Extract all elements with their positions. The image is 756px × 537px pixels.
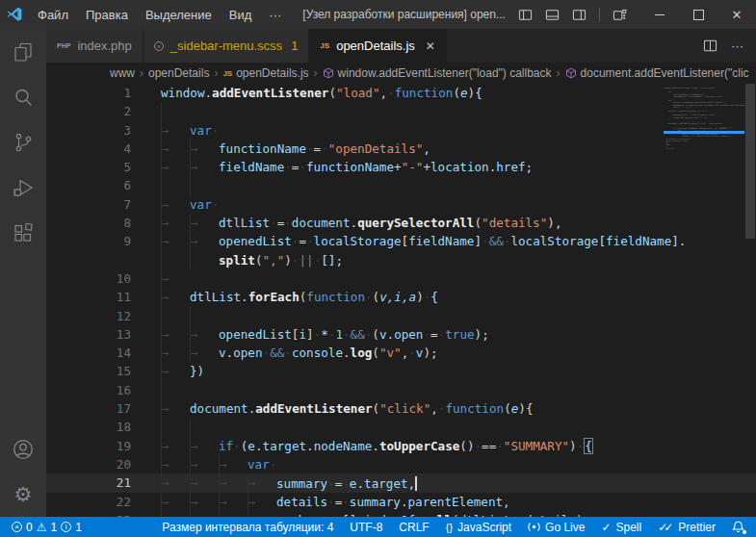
breadcrumb-item[interactable]: document.addEventListener("clic [565,66,749,80]
toggle-primary-sidebar-icon[interactable] [518,8,533,22]
explorer-icon[interactable] [0,29,46,74]
line-number[interactable]: 4 [46,140,131,158]
infos-count: 1 [75,521,82,534]
account-icon[interactable] [0,426,46,472]
breadcrumb-label: openDetails [148,66,209,80]
status-item-go-live[interactable]: Go Live [528,521,585,534]
code-line[interactable]: 16 [46,381,756,399]
line-number[interactable]: 22 [46,493,131,511]
code-line[interactable]: 13→→openedList[i]·*·1·&&·(v.open·=·true)… [46,325,756,344]
scrollbar-thumb[interactable] [745,84,755,239]
code-line[interactable]: 1window.addEventListener("load",·functio… [46,84,756,102]
code-line[interactable]: 7→var· [46,195,756,214]
line-number[interactable]: 20 [46,455,131,473]
settings-icon[interactable]: ⚙ [0,472,46,517]
menu-edit[interactable]: Правка [77,0,137,29]
toggle-secondary-sidebar-icon[interactable] [572,8,587,22]
breadcrumb-item[interactable]: window.addEventListener("load") callback [323,66,552,80]
code-line[interactable]: 22→→→→details·=·summary.parentElement, [46,493,756,511]
breadcrumb-item[interactable]: www [110,66,135,80]
minimap[interactable]: window.addEventListener("load",·function… [664,84,744,517]
status-item-prettier[interactable]: ✓✓Prettier [658,521,716,534]
text-cursor [415,476,417,491]
code-line[interactable]: 6 [46,176,756,194]
code-line[interactable]: 15→}) [46,362,756,380]
code-line[interactable]: 21→→→→summary·=·e.target, [46,473,756,492]
editor-actions-more-icon[interactable]: ··· [731,38,743,53]
line-number[interactable]: 6 [46,176,131,194]
line-number[interactable]: 23 [46,511,131,517]
line-number[interactable]: 5 [46,158,131,176]
code-line[interactable]: 18 [46,418,756,436]
line-number[interactable]: 12 [46,307,131,325]
extensions-icon[interactable] [0,210,46,255]
customize-layout-icon[interactable] [613,8,627,22]
line-number[interactable]: 15 [46,362,131,380]
tab-_sidebar-menu.scss[interactable]: s_sidebar-menu.scss1 [143,29,310,63]
code-line[interactable]: 8→→dtlList·=·document.querySelectorAll("… [46,214,756,232]
code-line[interactable]: 5→→fieldName·=·functionName+"-"+location… [46,158,756,176]
code-line[interactable]: 4→→functionName·=·"openDetails", [46,140,756,158]
code-line[interactable]: 23→→→→number·=·[].indexOf.call(dtlList,·… [46,511,756,517]
problems-status[interactable]: × 0 ⚠ 1 i 1 [12,521,82,534]
notifications-icon[interactable] [732,521,744,533]
tab-close-icon[interactable]: ✕ [426,39,435,53]
line-number[interactable]: 7 [46,195,131,214]
status-item-label: Prettier [678,521,716,534]
breadcrumb-item[interactable]: openDetails [148,66,209,80]
code-line[interactable]: 17→document.addEventListener("click",·fu… [46,399,756,418]
line-number[interactable]: 19 [46,437,131,455]
source-control-icon[interactable] [0,119,46,165]
line-number[interactable]: 16 [46,381,131,399]
code-line[interactable]: 12 [46,307,756,325]
status-item-utf-8[interactable]: UTF-8 [350,521,382,534]
line-number[interactable]: 21 [46,473,131,492]
warnings-count: 1 [50,521,57,534]
line-number[interactable]: 2 [46,102,131,120]
code-line[interactable]: 9→→openedList·=·localStorage[fieldName]·… [46,232,756,250]
line-number[interactable]: 8 [46,214,131,232]
line-number[interactable]: 1 [46,84,131,102]
code-line[interactable]: 19→→if·(e.target.nodeName.toUpperCase()·… [46,437,756,455]
code-line[interactable]: 3→var· [46,121,756,140]
editor-scrollbar[interactable] [744,84,756,517]
minimize-button[interactable] [640,0,679,29]
status-item-размер-интервала-табуляции-4[interactable]: Размер интервала табуляции: 4 [162,521,333,534]
menu-more-icon[interactable]: ··· [260,0,290,29]
line-number[interactable]: 14 [46,344,131,362]
split-editor-icon[interactable] [703,38,717,53]
line-number[interactable]: 11 [46,288,131,306]
run-debug-icon[interactable] [0,165,46,210]
code-line[interactable]: split(",")·||·[]; [46,251,756,269]
menu-view[interactable]: Вид [221,0,261,29]
vscode-logo-icon [0,7,29,22]
search-icon[interactable] [0,74,46,119]
code-editor[interactable]: 1window.addEventListener("load",·functio… [46,84,756,517]
close-button[interactable]: ✕ [717,0,756,29]
tab-index.php[interactable]: PHPindex.php [46,29,143,63]
line-number[interactable]: 3 [46,121,131,140]
maximize-button[interactable] [679,0,717,29]
menu-selection[interactable]: Выделение [137,0,221,29]
toggle-panel-icon[interactable] [545,8,560,22]
line-number[interactable]: 10 [46,269,131,288]
code-line[interactable]: 20→→→var· [46,455,756,473]
breadcrumb-item[interactable]: JSopenDetails.js [222,66,308,80]
line-number[interactable] [46,251,131,269]
menu-file[interactable]: Файл [29,0,77,29]
window-title: [Узел разработки расширения] open... [290,8,518,21]
line-number[interactable]: 17 [46,399,131,418]
warnings-icon: ⚠ [37,522,47,533]
code-line[interactable]: 2 [46,102,756,120]
status-item-spell[interactable]: ✓Spell [601,521,641,534]
status-item-crlf[interactable]: CRLF [399,521,429,534]
line-number[interactable]: 13 [46,325,131,344]
line-number[interactable]: 9 [46,232,131,250]
code-line[interactable]: 11→dtlList.forEach(function·(v,i,a)·{ [46,288,756,306]
line-number[interactable]: 18 [46,418,131,436]
menu-bar: Файл Правка Выделение Вид ··· [29,0,290,29]
code-line[interactable]: 14→→v.open·&&·console.log("v",·v); [46,344,756,362]
code-line[interactable]: 10→ [46,269,756,288]
tab-openDetails.js[interactable]: JSopenDetails.js✕ [309,29,447,63]
status-item-javascript[interactable]: {}JavaScript [446,521,511,534]
